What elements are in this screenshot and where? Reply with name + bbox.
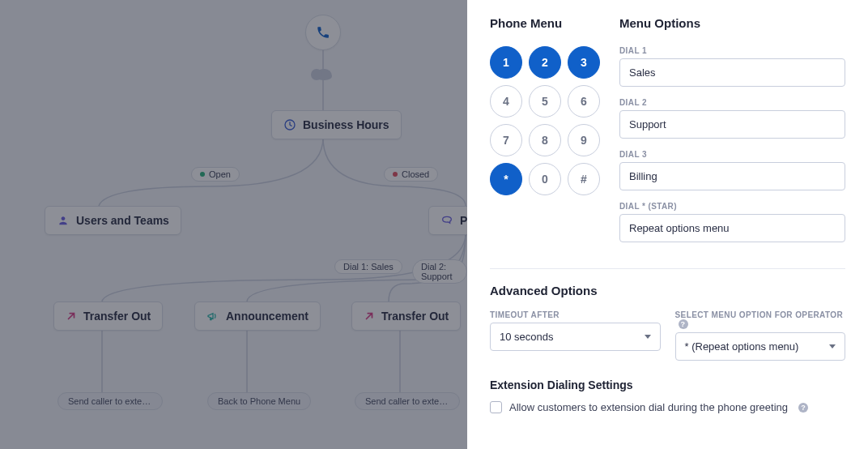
extension-dial-checkbox[interactable] bbox=[490, 401, 502, 413]
arrow-up-right-icon bbox=[66, 310, 77, 322]
dial-input-2[interactable] bbox=[619, 162, 845, 190]
badge-open: Open bbox=[191, 167, 240, 182]
flow-canvas[interactable]: Business Hours Open Closed Users and Tea… bbox=[0, 0, 467, 449]
pill-back: Back to Phone Menu bbox=[207, 392, 311, 410]
dial-key-2[interactable]: 2 bbox=[529, 46, 561, 79]
dial-input-1[interactable] bbox=[619, 110, 845, 139]
dial-key-5[interactable]: 5 bbox=[529, 85, 561, 118]
phone-menu-icon bbox=[440, 214, 453, 227]
node-label: Users and Teams bbox=[76, 214, 169, 227]
clock-icon bbox=[283, 118, 296, 131]
phone-icon bbox=[316, 25, 330, 40]
badge-dial1: Dial 1: Sales bbox=[334, 259, 402, 274]
phone-menu-title: Phone Menu bbox=[490, 16, 600, 30]
operator-select[interactable]: * (Repeat options menu) bbox=[675, 332, 846, 361]
dial-key-9[interactable]: 9 bbox=[568, 124, 600, 156]
badge-dial2: Dial 2: Support bbox=[412, 259, 467, 284]
chevron-down-icon bbox=[645, 335, 651, 339]
node-transfer-out-left[interactable]: Transfer Out bbox=[53, 301, 163, 331]
node-business-hours[interactable]: Business Hours bbox=[271, 110, 402, 139]
node-announcement[interactable]: Announcement bbox=[194, 301, 321, 331]
dial-key-7[interactable]: 7 bbox=[490, 124, 522, 156]
node-phone-entry[interactable] bbox=[305, 15, 341, 50]
node-users-teams[interactable]: Users and Teams bbox=[45, 206, 181, 235]
dial-label-0: DIAL 1 bbox=[619, 46, 845, 55]
dial-label-3: DIAL * (STAR) bbox=[619, 202, 845, 211]
users-icon bbox=[57, 214, 70, 227]
dial-key-3[interactable]: 3 bbox=[568, 46, 600, 79]
node-label: Business Hours bbox=[303, 118, 389, 131]
operator-value: * (Repeat options menu) bbox=[685, 340, 799, 353]
menu-options-title: Menu Options bbox=[619, 16, 845, 30]
timeout-value: 10 seconds bbox=[500, 331, 554, 343]
node-phone-menu[interactable]: P bbox=[428, 206, 467, 235]
dial-key-4[interactable]: 4 bbox=[490, 85, 522, 118]
dial-input-0[interactable] bbox=[619, 58, 845, 87]
extension-dialing-title: Extension Dialing Settings bbox=[490, 378, 845, 391]
dial-key-0[interactable]: 0 bbox=[529, 163, 561, 195]
operator-label: SELECT MENU OPTION FOR OPERATOR? bbox=[675, 310, 846, 329]
dialpad: 123456789*0# bbox=[490, 46, 600, 195]
cloud-icon bbox=[316, 69, 332, 80]
badge-closed: Closed bbox=[384, 167, 438, 182]
arrow-up-right-icon bbox=[364, 310, 375, 322]
node-label: Transfer Out bbox=[83, 310, 151, 323]
help-icon[interactable]: ? bbox=[679, 319, 688, 329]
dial-key-6[interactable]: 6 bbox=[568, 85, 600, 118]
settings-panel: Phone Menu 123456789*0# Menu Options DIA… bbox=[467, 0, 868, 449]
node-label: Announcement bbox=[226, 310, 308, 323]
dial-key-1[interactable]: 1 bbox=[490, 46, 522, 79]
timeout-label: TIMEOUT AFTER bbox=[490, 310, 661, 319]
chevron-down-icon bbox=[829, 344, 836, 349]
dial-key-hash[interactable]: # bbox=[568, 163, 600, 195]
advanced-options-title: Advanced Options bbox=[490, 284, 845, 297]
megaphone-icon bbox=[206, 310, 219, 323]
pill-send-right: Send caller to exter… bbox=[355, 392, 460, 410]
timeout-select[interactable]: 10 seconds bbox=[490, 323, 661, 351]
node-transfer-out-right[interactable]: Transfer Out bbox=[351, 301, 461, 331]
dial-key-star[interactable]: * bbox=[490, 163, 522, 195]
dial-label-2: DIAL 3 bbox=[619, 150, 845, 159]
pill-send-left: Send caller to exter… bbox=[57, 392, 163, 410]
divider bbox=[490, 268, 845, 269]
help-icon[interactable]: ? bbox=[798, 403, 808, 413]
node-label: P bbox=[460, 214, 467, 227]
dial-key-8[interactable]: 8 bbox=[529, 124, 561, 156]
dial-input-3[interactable] bbox=[619, 214, 845, 242]
dial-label-1: DIAL 2 bbox=[619, 98, 845, 107]
extension-dial-label: Allow customers to extension dial during… bbox=[509, 401, 788, 413]
node-label: Transfer Out bbox=[381, 310, 449, 323]
